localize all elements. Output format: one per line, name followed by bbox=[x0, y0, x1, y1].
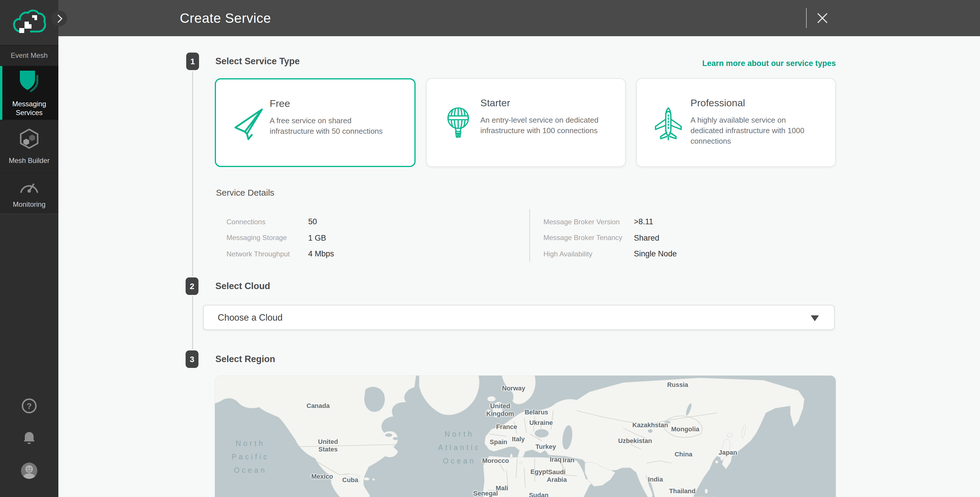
help-icon[interactable]: ? bbox=[21, 398, 37, 416]
learn-more-link[interactable]: Learn more about our service types bbox=[702, 59, 836, 68]
detail-value: Shared bbox=[634, 234, 659, 242]
detail-label: Message Broker Tenancy bbox=[543, 234, 634, 242]
detail-value: >8.11 bbox=[634, 218, 653, 226]
card-description: A highly available service on dedicated … bbox=[690, 115, 818, 147]
card-description: An entry-level service on dedicated infr… bbox=[480, 115, 608, 136]
hexagon-mesh-icon bbox=[18, 128, 40, 153]
page-title: Create Service bbox=[180, 0, 271, 36]
service-type-card-free[interactable]: Free A free service on shared infrastruc… bbox=[215, 78, 415, 167]
sidebar-item-event-mesh[interactable]: Event Mesh bbox=[0, 46, 58, 66]
service-details-right: Message Broker Version >8.11 Message Bro… bbox=[543, 214, 677, 262]
card-title: Professional bbox=[690, 97, 745, 109]
detail-value: Single Node bbox=[634, 250, 677, 258]
step-connector-line bbox=[192, 296, 193, 349]
region-map[interactable]: North Pacific OceanNorth Atlantic OceanR… bbox=[215, 376, 836, 497]
caret-down-icon bbox=[811, 315, 819, 321]
detail-label: Connections bbox=[226, 218, 308, 226]
sidebar-item-messaging-services[interactable]: Messaging Services bbox=[0, 66, 58, 120]
step-1-badge: 1 bbox=[186, 53, 199, 70]
detail-value: 1 GB bbox=[308, 234, 326, 242]
close-icon[interactable] bbox=[816, 12, 829, 24]
header: Create Service bbox=[58, 0, 980, 36]
header-divider bbox=[806, 8, 807, 28]
detail-value: 50 bbox=[308, 218, 317, 226]
detail-row: Messaging Storage 1 GB bbox=[226, 230, 334, 246]
detail-row: Network Throughput 4 Mbps bbox=[226, 246, 334, 262]
step-3-badge: 3 bbox=[186, 350, 199, 368]
detail-label: Message Broker Version bbox=[543, 218, 634, 226]
service-details-title: Service Details bbox=[216, 188, 274, 198]
user-avatar-icon[interactable] bbox=[21, 462, 38, 482]
dropdown-value: Choose a Cloud bbox=[218, 312, 283, 323]
sidebar-item-label: Messaging Services bbox=[9, 100, 49, 117]
detail-row: Message Broker Tenancy Shared bbox=[543, 230, 677, 246]
main-content: 1 Select Service Type Learn more about o… bbox=[58, 36, 980, 497]
card-title: Free bbox=[270, 98, 290, 110]
step-connector-line bbox=[192, 71, 193, 276]
service-details-left: Connections 50 Messaging Storage 1 GB Ne… bbox=[226, 214, 334, 262]
cloud-logo-icon bbox=[12, 9, 46, 36]
step-3-heading: Select Region bbox=[215, 354, 275, 365]
svg-text:?: ? bbox=[27, 401, 32, 411]
sidebar-item-label: Monitoring bbox=[13, 200, 46, 209]
sidebar-bottom: ? bbox=[0, 214, 58, 497]
detail-value: 4 Mbps bbox=[308, 250, 334, 258]
sidebar-item-monitoring[interactable]: Monitoring bbox=[0, 174, 58, 214]
airplane-icon bbox=[652, 106, 686, 141]
solace-cloud-logo[interactable] bbox=[0, 0, 58, 46]
step-2-badge: 2 bbox=[186, 277, 199, 295]
service-type-card-starter[interactable]: Starter An entry-level service on dedica… bbox=[426, 78, 626, 167]
sidebar-item-label: Event Mesh bbox=[11, 51, 48, 60]
detail-label: Messaging Storage bbox=[226, 234, 308, 242]
detail-label: Network Throughput bbox=[226, 250, 308, 258]
details-divider bbox=[530, 209, 530, 262]
detail-row: Connections 50 bbox=[226, 214, 334, 230]
shield-icon bbox=[18, 68, 40, 96]
sidebar: Event Mesh Messaging Services bbox=[0, 0, 58, 497]
step-1-heading: Select Service Type bbox=[215, 56, 300, 67]
notifications-bell-icon[interactable] bbox=[22, 430, 37, 449]
detail-row: High Availability Single Node bbox=[543, 246, 677, 262]
sidebar-nav: Event Mesh Messaging Services bbox=[0, 46, 58, 214]
create-service-screen: Event Mesh Messaging Services bbox=[0, 0, 980, 497]
chevron-right-icon[interactable] bbox=[51, 11, 67, 26]
detail-row: Message Broker Version >8.11 bbox=[543, 214, 677, 230]
service-type-card-professional[interactable]: Professional A highly available service … bbox=[636, 78, 836, 167]
cloud-select-dropdown[interactable]: Choose a Cloud bbox=[203, 305, 835, 330]
detail-label: High Availability bbox=[543, 250, 634, 258]
world-map-graphic bbox=[215, 376, 836, 497]
card-title: Starter bbox=[480, 97, 510, 109]
gauge-icon bbox=[18, 178, 40, 196]
sidebar-item-label: Mesh Builder bbox=[9, 156, 49, 165]
hot-air-balloon-icon bbox=[442, 106, 476, 141]
step-2-heading: Select Cloud bbox=[215, 281, 270, 292]
sidebar-item-mesh-builder[interactable]: Mesh Builder bbox=[0, 120, 58, 174]
card-description: A free service on shared infrastructure … bbox=[270, 116, 397, 137]
paper-plane-icon bbox=[231, 106, 265, 141]
